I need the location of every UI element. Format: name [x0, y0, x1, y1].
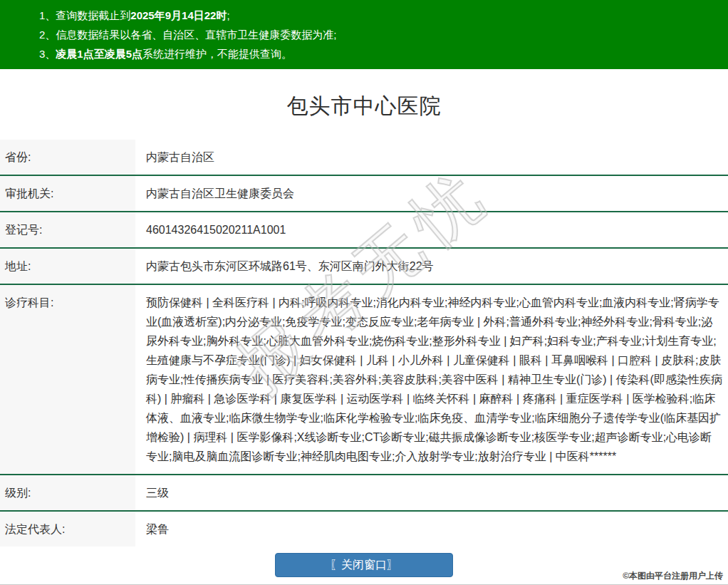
row-value: 梁鲁 — [135, 512, 728, 547]
upload-note: ©本图由平台注册用户上传 — [623, 570, 723, 582]
notice-line-1: 1、查询数据截止到2025年9月14日22时; — [39, 6, 728, 25]
row-label: 诊疗科目: — [0, 285, 135, 474]
row-value: 内蒙古自治区卫生健康委员会 — [135, 176, 728, 211]
table-row-address: 地址: 内蒙古包头市东河区环城路61号、东河区南门外大街22号 — [0, 247, 728, 284]
notice-text: 3、 — [39, 48, 56, 60]
hospital-info-table: 省份: 内蒙古自治区 审批机关: 内蒙古自治区卫生健康委员会 登记号: 4601… — [0, 140, 728, 547]
table-row-registration-number: 登记号: 46014326415020211A1001 — [0, 211, 728, 247]
notice-line-2: 2、信息数据结果以各省、自治区、直辖市卫生健康委数据为准; — [39, 25, 728, 44]
table-row-approval-authority: 审批机关: 内蒙古自治区卫生健康委员会 — [0, 175, 728, 211]
row-label: 地址: — [0, 249, 135, 284]
query-result-page: 1、查询数据截止到2025年9月14日22时; 2、信息数据结果以各省、自治区、… — [0, 0, 728, 585]
row-value: 46014326415020211A1001 — [135, 212, 728, 247]
row-label: 法定代表人: — [0, 512, 135, 547]
row-value: 三级 — [135, 475, 728, 510]
notice-text: ; — [227, 9, 229, 21]
notice-text: 2、信息数据结果以各省、自治区、直辖市卫生健康委数据为准; — [39, 29, 337, 41]
row-value: 内蒙古包头市东河区环城路61号、东河区南门外大街22号 — [135, 249, 728, 284]
notice-text: 1、查询数据截止到 — [39, 9, 130, 21]
row-value: 预防保健科 | 全科医疗科 | 内科;呼吸内科专业;消化内科专业;神经内科专业;… — [135, 285, 728, 474]
row-label: 登记号: — [0, 212, 135, 247]
table-row-province: 省份: 内蒙古自治区 — [0, 140, 728, 175]
notice-bold-text: 2025年9月14日22时 — [130, 9, 227, 21]
row-label: 省份: — [0, 140, 135, 175]
table-row-level: 级别: 三级 — [0, 474, 728, 510]
notice-line-3: 3、凌晨1点至凌晨5点系统进行维护，不能提供查询。 — [39, 44, 728, 63]
row-value: 内蒙古自治区 — [135, 140, 728, 175]
button-bar: 〖关闭窗口〗 — [0, 547, 728, 577]
close-window-button[interactable]: 〖关闭窗口〗 — [275, 553, 453, 577]
notice-text: 系统进行维护，不能提供查询。 — [142, 48, 292, 60]
notice-banner: 1、查询数据截止到2025年9月14日22时; 2、信息数据结果以各省、自治区、… — [0, 0, 728, 69]
row-label: 审批机关: — [0, 176, 135, 211]
page-title: 包头市中心医院 — [0, 69, 728, 140]
table-row-legal-representative: 法定代表人: 梁鲁 — [0, 510, 728, 547]
table-row-medical-subjects: 诊疗科目: 预防保健科 | 全科医疗科 | 内科;呼吸内科专业;消化内科专业;神… — [0, 284, 728, 474]
row-label: 级别: — [0, 475, 135, 510]
notice-bold-text: 凌晨1点至凌晨5点 — [56, 48, 142, 60]
